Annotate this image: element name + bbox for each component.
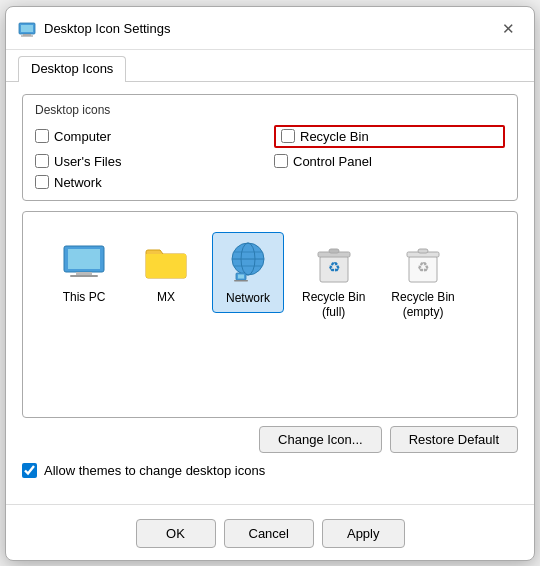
recycle-bin-empty-icon: ♻: [399, 238, 447, 286]
cancel-button[interactable]: Cancel: [224, 519, 314, 548]
svg-rect-6: [76, 272, 92, 275]
recycle-bin-empty-label: Recycle Bin(empty): [391, 290, 454, 321]
footer-buttons: OK Cancel Apply: [6, 511, 534, 560]
close-button[interactable]: ✕: [494, 17, 522, 41]
recycle-bin-label: Recycle Bin: [300, 129, 369, 144]
dialog-title: Desktop Icon Settings: [44, 21, 494, 36]
recycle-bin-full-label: Recycle Bin(full): [302, 290, 365, 321]
svg-rect-7: [70, 275, 98, 277]
group-label: Desktop icons: [35, 103, 505, 117]
mx-folder-icon: [142, 238, 190, 286]
svg-rect-19: [329, 249, 339, 253]
icon-this-pc[interactable]: This PC: [48, 232, 120, 312]
dialog-icon: [18, 20, 36, 38]
content-area: Desktop icons Computer Recycle Bin User'…: [6, 82, 534, 498]
ok-button[interactable]: OK: [136, 519, 216, 548]
svg-rect-15: [238, 274, 244, 278]
icon-action-buttons: Change Icon... Restore Default: [22, 426, 518, 453]
network-label: Network: [226, 291, 270, 307]
title-bar: Desktop Icon Settings ✕: [6, 7, 534, 50]
footer-divider: [6, 504, 534, 505]
icon-selection-box: This PC MX: [22, 211, 518, 418]
control-panel-label: Control Panel: [293, 154, 372, 169]
network-checkbox[interactable]: [35, 175, 49, 189]
this-pc-icon: [60, 238, 108, 286]
users-files-label: User's Files: [54, 154, 122, 169]
change-icon-button[interactable]: Change Icon...: [259, 426, 382, 453]
recycle-bin-full-icon: ♻: [310, 238, 358, 286]
network-label: Network: [54, 175, 102, 190]
this-pc-label: This PC: [63, 290, 106, 306]
mx-label: MX: [157, 290, 175, 306]
computer-checkbox[interactable]: [35, 129, 49, 143]
svg-rect-1: [21, 25, 33, 32]
icon-grid: This PC MX: [33, 222, 507, 337]
svg-rect-16: [234, 280, 248, 282]
computer-label: Computer: [54, 129, 111, 144]
control-panel-checkbox[interactable]: [274, 154, 288, 168]
allow-themes-label: Allow themes to change desktop icons: [44, 463, 265, 478]
svg-text:♻: ♻: [327, 259, 340, 275]
checkbox-users-files[interactable]: User's Files: [35, 154, 266, 169]
apply-button[interactable]: Apply: [322, 519, 405, 548]
svg-rect-2: [23, 34, 31, 36]
allow-themes-row[interactable]: Allow themes to change desktop icons: [22, 463, 518, 478]
checkbox-control-panel[interactable]: Control Panel: [274, 154, 505, 169]
tab-desktop-icons[interactable]: Desktop Icons: [18, 56, 126, 82]
tab-bar: Desktop Icons: [6, 50, 534, 82]
checkbox-network[interactable]: Network: [35, 175, 266, 190]
allow-themes-checkbox[interactable]: [22, 463, 37, 478]
restore-default-button[interactable]: Restore Default: [390, 426, 518, 453]
checkboxes-grid: Computer Recycle Bin User's Files Contro…: [35, 125, 505, 190]
checkbox-computer[interactable]: Computer: [35, 125, 266, 148]
icon-mx[interactable]: MX: [130, 232, 202, 312]
icon-recycle-full[interactable]: ♻ Recycle Bin(full): [294, 232, 373, 327]
svg-text:♻: ♻: [417, 259, 430, 275]
desktop-icons-group: Desktop icons Computer Recycle Bin User'…: [22, 94, 518, 201]
svg-rect-3: [21, 35, 33, 36]
checkbox-recycle-bin[interactable]: Recycle Bin: [274, 125, 505, 148]
svg-rect-23: [418, 249, 428, 253]
svg-rect-5: [68, 249, 100, 269]
network-icon: [224, 239, 272, 287]
icon-network[interactable]: Network: [212, 232, 284, 314]
dialog: Desktop Icon Settings ✕ Desktop Icons De…: [5, 6, 535, 561]
recycle-bin-checkbox[interactable]: [281, 129, 295, 143]
icon-recycle-empty[interactable]: ♻ Recycle Bin(empty): [383, 232, 462, 327]
users-files-checkbox[interactable]: [35, 154, 49, 168]
